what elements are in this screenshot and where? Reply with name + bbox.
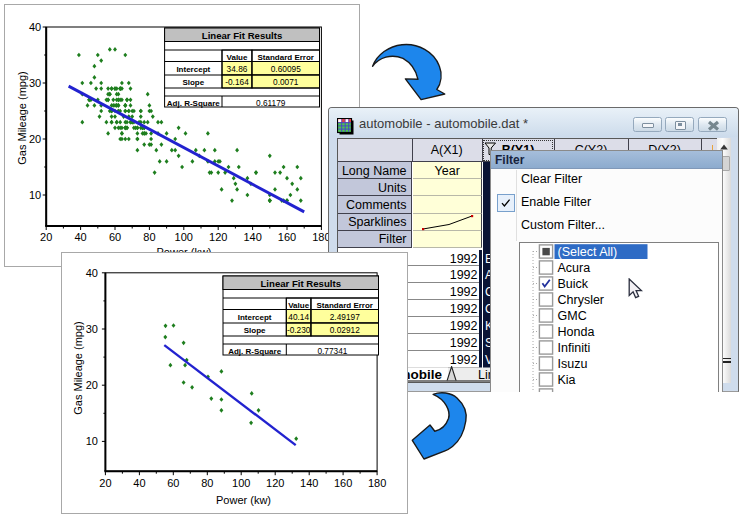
svg-text:120: 120 [266, 477, 284, 489]
svg-text:180: 180 [368, 477, 386, 489]
svg-text:40: 40 [133, 477, 145, 489]
svg-text:Isuzu: Isuzu [558, 357, 588, 371]
svg-text:100: 100 [232, 477, 250, 489]
svg-text:Infiniti: Infiniti [558, 341, 591, 355]
svg-text:0.02912: 0.02912 [330, 325, 360, 335]
svg-text:20: 20 [29, 133, 41, 145]
svg-text:140: 140 [300, 477, 318, 489]
svg-text:0.0071: 0.0071 [273, 77, 299, 87]
svg-text:Gas Mileage (mpg): Gas Mileage (mpg) [72, 321, 84, 415]
svg-text:GMC: GMC [558, 309, 587, 323]
svg-text:0.61179: 0.61179 [256, 98, 286, 108]
svg-text:20: 20 [40, 231, 52, 243]
svg-text:10: 10 [86, 435, 98, 447]
svg-text:Value: Value [288, 301, 309, 310]
svg-text:Buick: Buick [558, 277, 589, 291]
svg-text:34.86: 34.86 [227, 64, 248, 74]
svg-text:Gas Mileage (mpg): Gas Mileage (mpg) [16, 71, 28, 165]
svg-text:60: 60 [109, 231, 121, 243]
svg-text:Standard Error: Standard Error [317, 301, 373, 310]
svg-text:Acura: Acura [558, 261, 591, 275]
svg-text:Adj. R-Square: Adj. R-Square [228, 347, 281, 356]
svg-text:Chrysler: Chrysler [558, 293, 605, 307]
svg-text:120: 120 [209, 231, 227, 243]
svg-text:(Select All): (Select All) [558, 245, 618, 259]
svg-text:60: 60 [167, 477, 179, 489]
svg-text:160: 160 [334, 477, 352, 489]
svg-text:40: 40 [86, 267, 98, 279]
svg-text:30: 30 [29, 77, 41, 89]
svg-text:Slope: Slope [244, 326, 266, 335]
svg-text:Adj. R-Square: Adj. R-Square [167, 99, 220, 108]
svg-text:10: 10 [29, 189, 41, 201]
svg-text:160: 160 [278, 231, 296, 243]
svg-text:30: 30 [86, 323, 98, 335]
svg-text:140: 140 [243, 231, 261, 243]
svg-text:80: 80 [143, 231, 155, 243]
svg-text:80: 80 [201, 477, 213, 489]
svg-text:Linear Fit Results: Linear Fit Results [261, 278, 342, 289]
svg-text:40: 40 [74, 231, 86, 243]
svg-text:Linear Fit Results: Linear Fit Results [202, 30, 283, 41]
svg-text:Kia: Kia [558, 373, 576, 387]
svg-text:Value: Value [227, 53, 248, 62]
svg-text:20: 20 [99, 477, 111, 489]
svg-text:Power (kw): Power (kw) [216, 494, 271, 506]
svg-text:-0.164: -0.164 [225, 77, 249, 87]
svg-text:20: 20 [86, 379, 98, 391]
svg-text:Slope: Slope [182, 78, 204, 87]
svg-text:2.49197: 2.49197 [330, 312, 360, 322]
svg-text:0.77341: 0.77341 [317, 346, 347, 356]
svg-text:Intercept: Intercept [176, 65, 210, 74]
svg-text:Honda: Honda [558, 325, 595, 339]
svg-text:Standard Error: Standard Error [258, 53, 314, 62]
svg-text:Intercept: Intercept [238, 313, 272, 322]
svg-text:40: 40 [29, 21, 41, 33]
svg-text:100: 100 [175, 231, 193, 243]
svg-text:-0.230: -0.230 [287, 325, 311, 335]
svg-text:40.14: 40.14 [288, 312, 309, 322]
svg-text:0.60095: 0.60095 [271, 64, 301, 74]
